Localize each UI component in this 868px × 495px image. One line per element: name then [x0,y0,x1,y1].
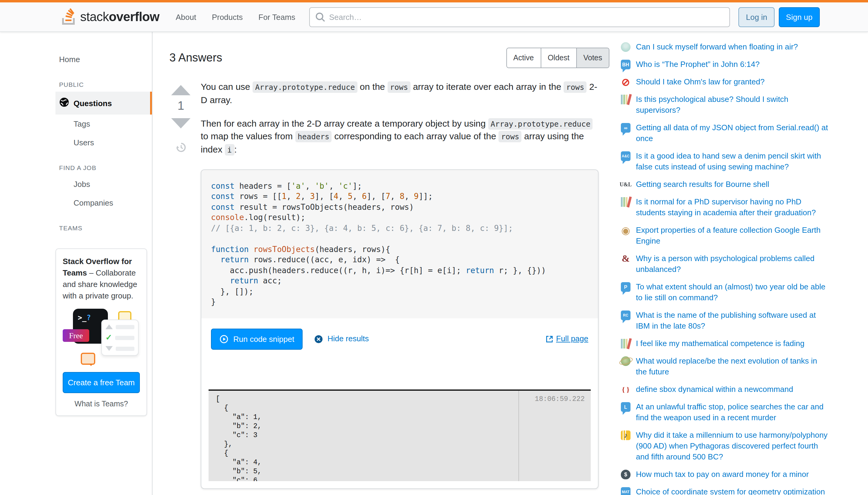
sidebar-item-tags[interactable]: Tags [55,115,152,133]
matter-modeling-site-icon: MAT [621,487,630,495]
hot-question-link[interactable]: ⊘Should I take Ohm's law for granted? [621,76,838,87]
globe-icon [59,97,69,109]
hot-question-link[interactable]: $How much tax to pay on award money for … [621,469,838,480]
answers-section: 3 Answers Active Oldest Votes 1 [153,32,609,489]
hot-question-link[interactable]: PTo what extent should an (almost) two y… [621,281,838,303]
hot-question-link[interactable]: U&LGetting search results for Bourne she… [621,179,838,190]
close-circle-icon [314,335,323,344]
arduino-site-icon: ∞ [621,123,630,133]
hot-question-link[interactable]: ◉Export properties of a feature collecti… [621,225,838,246]
free-badge: Free [63,329,89,342]
hot-question-link[interactable]: LAt an unlawful traffic stop, police sea… [621,402,838,423]
hot-question-link[interactable]: Can I suck myself forward when floating … [621,41,838,52]
sidebar-section-find-a-job: FIND A JOB [55,160,152,175]
hot-question-link[interactable]: ∞Getting all data of my JSON object from… [621,122,838,144]
music-site-icon: ♪ [621,430,630,440]
run-code-snippet-button[interactable]: Run code snippet [211,329,302,350]
console-output: [ { "a": 1, "b": 2, "c": 3 }, { "a": 4, … [209,391,518,481]
sidebar-section-teams: TEAMS [55,221,152,235]
logo-text: stackoverflow [80,10,159,24]
electronics-site-icon: ⊘ [621,77,630,87]
gis-site-icon: ◉ [621,225,630,235]
tab-active[interactable]: Active [507,48,540,68]
parenting-site-icon: P [621,282,630,292]
answer-paragraph: Then for each array in the 2-D array cre… [201,117,598,156]
answer-post: 1 You can use Array.prototype.reduce on … [169,80,609,489]
search-bar [309,7,730,27]
code-block: const headers = ['a', 'b', 'c']; const r… [201,170,598,318]
hot-question-link[interactable]: I feel like my mathematical competence i… [621,338,838,349]
sidebar-item-questions[interactable]: Questions [55,92,152,115]
signup-button[interactable]: Sign up [779,7,820,27]
downvote-icon [105,346,113,351]
code-snippet-widget: const headers = ['a', 'b', 'c']; const r… [201,169,598,489]
teams-promo-card: Stack Overflow for Teams – Collaborate a… [55,249,147,416]
login-button[interactable]: Log in [739,7,775,27]
stackoverflow-logo-icon [60,7,77,27]
hide-results-link[interactable]: Hide results [314,334,369,345]
left-sidebar: Home PUBLIC Questions Tags Users FIND A … [55,32,153,495]
hot-question-link[interactable]: MATChoice of coordinate system for geome… [621,487,838,495]
aviation-site-icon [621,42,630,52]
hot-question-link[interactable]: BHWho is “The Prophet” in John 6:14? [621,59,838,70]
sidebar-section-public: PUBLIC [55,77,152,92]
hot-network-questions: Can I suck myself forward when floating … [609,32,868,495]
english-language-site-icon: & [621,254,630,263]
unix-linux-site-icon: U&L [621,180,630,189]
sidebar-item-users[interactable]: Users [55,133,152,152]
sidebar-item-companies[interactable]: Companies [55,193,152,212]
answer-sort-tabs: Active Oldest Votes [506,48,609,68]
full-page-link[interactable]: Full page [545,334,588,345]
nav-link-about[interactable]: About [168,7,204,26]
academia-site-icon [621,197,630,207]
hot-question-link[interactable]: RCWhat is the name of the publishing sof… [621,310,838,331]
retrocomputing-site-icon: RC [621,310,630,320]
search-input[interactable] [309,7,730,27]
hot-question-link[interactable]: { }define sbox dynamical within a newcom… [621,384,838,395]
hot-question-link[interactable]: What would replace/be the next evolution… [621,356,838,377]
external-link-icon [545,335,553,343]
vote-list-illustration: ✓ [101,320,139,356]
answers-header: 3 Answers [169,51,222,65]
snippet-result-console: [ { "a": 1, "b": 2, "c": 3 }, { "a": 4, … [209,390,591,481]
nav-link-products[interactable]: Products [204,7,251,26]
search-icon [315,12,326,22]
answer-paragraph: You can use Array.prototype.reduce on th… [201,80,598,106]
academia-site-icon [621,95,630,104]
sidebar-item-jobs[interactable]: Jobs [55,175,152,193]
stackoverflow-logo[interactable]: stackoverflow [60,7,159,27]
play-icon [220,335,228,344]
post-history-icon[interactable] [175,142,187,156]
nav-link-for-teams[interactable]: For Teams [251,7,303,26]
hot-question-link[interactable]: &Why is a person with psychological prob… [621,253,838,275]
speech-bubble-icon [81,353,95,365]
console-timestamp: 18:06:59.222 [518,391,591,481]
hot-question-link[interactable]: Is this psychological abuse? Should I sw… [621,94,838,116]
academia-site-icon [621,339,630,348]
upvote-button[interactable] [171,85,190,95]
biblical-hermeneutics-site-icon: BH [621,60,630,69]
money-site-icon: $ [621,470,630,479]
arts-crafts-site-icon: A&C [621,151,630,161]
law-site-icon: L [621,402,630,412]
teams-promo-text: Stack Overflow for Teams – Collaborate a… [63,256,140,302]
upvote-icon [105,325,113,329]
worldbuilding-site-icon [621,356,630,366]
vote-cell: 1 [169,80,192,489]
create-free-team-button[interactable]: Create a free Team [63,372,140,393]
hot-question-link[interactable]: Is it normal for a PhD supervisor having… [621,197,838,218]
downvote-button[interactable] [171,118,190,129]
tab-votes[interactable]: Votes [576,48,609,68]
hot-question-link[interactable]: A&CIs it a good idea to hand sew a denim… [621,151,838,172]
sidebar-item-home[interactable]: Home [55,50,152,69]
hot-question-link[interactable]: ♪Why did it take a millennium to use har… [621,430,838,462]
tex-site-icon: { } [621,385,630,394]
teams-illustration: >_? ✓ Free [63,308,140,365]
tab-oldest[interactable]: Oldest [540,48,576,68]
top-navbar: stackoverflow About Products For Teams L… [0,0,868,32]
check-icon: ✓ [105,335,112,341]
what-is-teams-link[interactable]: What is Teams? [63,400,140,409]
vote-count: 1 [177,99,184,113]
answer-body: You can use Array.prototype.reduce on th… [201,80,598,489]
sidebar-item-label: Questions [73,99,112,108]
